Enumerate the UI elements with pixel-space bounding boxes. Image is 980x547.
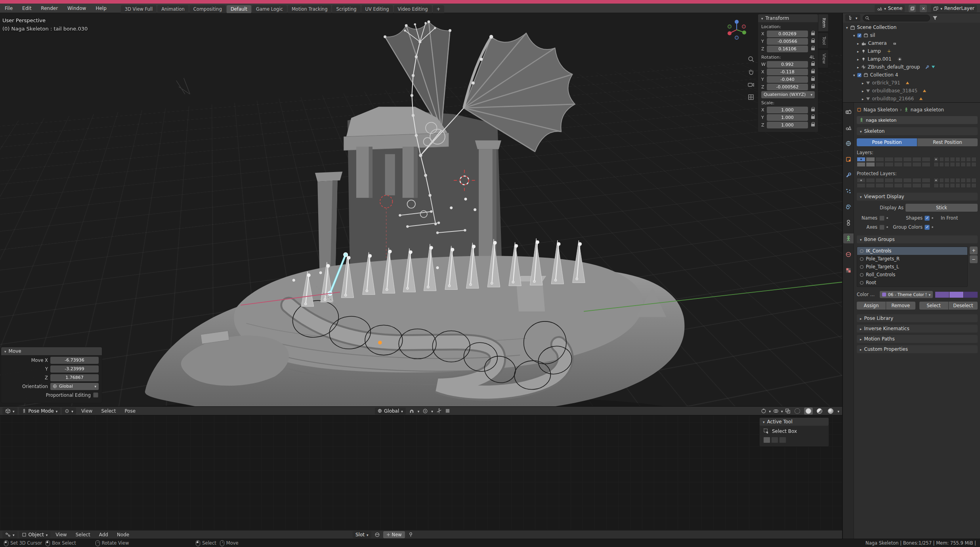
node-editor-canvas[interactable] <box>0 415 842 530</box>
editor-type-button[interactable] <box>2 407 17 415</box>
layer-cell[interactable] <box>934 183 939 188</box>
sidebar-tab-item[interactable]: Item <box>818 14 829 32</box>
layer-cell[interactable] <box>934 178 939 183</box>
layer-cell[interactable] <box>950 183 955 188</box>
properties-tab-material[interactable] <box>843 249 854 259</box>
layer-cell[interactable] <box>857 162 865 167</box>
workspace-tab-game-logic[interactable]: Game Logic <box>252 5 287 13</box>
location-x-field[interactable]: 0.00269 <box>767 31 808 37</box>
layer-cell[interactable] <box>939 162 944 167</box>
new-scene-button[interactable] <box>909 5 916 12</box>
sidebar-tab-tool[interactable]: Tool <box>818 33 829 49</box>
chevron-down-icon[interactable] <box>769 408 771 414</box>
select-mode-subtract[interactable] <box>779 437 786 443</box>
move-y-field[interactable]: -3.23999 <box>50 365 99 373</box>
disclosure-icon[interactable] <box>862 96 864 101</box>
viewport-display-panel-header[interactable]: Viewport Display <box>857 193 978 201</box>
deselect-button[interactable]: Deselect <box>949 302 978 310</box>
layer-cell[interactable] <box>903 178 912 183</box>
layer-cell[interactable] <box>934 157 939 162</box>
pin-icon[interactable] <box>408 532 413 537</box>
collection-checkbox[interactable] <box>857 33 862 38</box>
layer-cell[interactable] <box>884 162 893 167</box>
properties-tab-physics[interactable] <box>843 202 854 212</box>
rotation-y-field[interactable]: -0.040 <box>767 76 808 83</box>
names-checkbox[interactable] <box>879 216 884 221</box>
scale-x-field[interactable]: 1.000 <box>767 107 808 113</box>
transform-orientation-dropdown[interactable]: Global <box>375 407 406 415</box>
layer-cell[interactable] <box>950 178 955 183</box>
layer-cell[interactable] <box>875 157 884 162</box>
shapes-checkbox[interactable] <box>925 216 930 221</box>
filter-funnel-icon[interactable] <box>932 15 938 21</box>
outliner-row-lamp-001[interactable]: Lamp.001 <box>843 55 980 63</box>
move-z-field[interactable]: 1.76867 <box>50 374 99 381</box>
layer-cell[interactable] <box>922 162 930 167</box>
layer-cell[interactable] <box>857 157 865 162</box>
layer-cell[interactable] <box>971 162 976 167</box>
editor-type-button[interactable] <box>845 14 860 21</box>
outliner-row-zbrush-default-group[interactable]: ZBrush_default_group <box>843 63 980 71</box>
layer-cell[interactable] <box>961 157 966 162</box>
layer-cell[interactable] <box>950 157 955 162</box>
select-mode-extend[interactable] <box>771 437 778 443</box>
layer-cell[interactable] <box>966 178 971 183</box>
lock-icon[interactable] <box>811 109 815 111</box>
pose-library-panel-header[interactable]: Pose Library <box>857 314 978 322</box>
3d-viewport[interactable]: User Perspective (0) Naga Skeleton : tai… <box>0 13 842 415</box>
properties-tab-armature-data[interactable] <box>843 233 854 243</box>
properties-tab-object[interactable] <box>843 154 854 164</box>
layer-cell[interactable] <box>866 178 875 183</box>
rotation-z-field[interactable]: -0.000562 <box>767 84 808 90</box>
move-x-field[interactable]: -6.73936 <box>50 357 99 364</box>
disclosure-icon[interactable] <box>853 72 855 78</box>
layer-cell[interactable] <box>944 157 949 162</box>
layer-cell[interactable] <box>944 178 949 183</box>
layer-cell[interactable] <box>944 183 949 188</box>
list-item-pole-targets-r[interactable]: Pole_Targets_R <box>857 255 967 263</box>
scene-selector[interactable]: Scene <box>875 5 905 12</box>
rotation-mode-dropdown[interactable]: Quaternion (WXYZ) <box>761 91 815 98</box>
bone-groups-panel-header[interactable]: Bone Groups <box>857 235 978 243</box>
layer-cell[interactable] <box>875 183 884 188</box>
lock-icon[interactable] <box>811 33 815 35</box>
breadcrumb-data[interactable]: naga skeleton <box>911 107 944 113</box>
mesh-data-icon[interactable] <box>905 81 909 85</box>
active-tool-row[interactable]: Select Box <box>760 426 829 435</box>
disclosure-icon[interactable] <box>853 33 855 38</box>
node-menu-node[interactable]: Node <box>113 530 133 539</box>
outliner-row-orbuildtop-21666[interactable]: orbuildtop_21666 <box>843 95 980 103</box>
layer-cell[interactable] <box>875 178 884 183</box>
rotation-x-field[interactable]: -0.118 <box>767 69 808 75</box>
custom-properties-panel-header[interactable]: Custom Properties <box>857 345 978 353</box>
motion-paths-panel-header[interactable]: Motion Paths <box>857 335 978 343</box>
remove-bone-group-button[interactable]: − <box>970 255 978 263</box>
disclosure-icon[interactable] <box>862 80 864 86</box>
proportional-editing-checkbox[interactable] <box>93 392 98 398</box>
scale-z-field[interactable]: 1.000 <box>767 122 808 128</box>
animate-dot[interactable] <box>932 217 933 219</box>
layer-cell[interactable] <box>884 183 893 188</box>
layer-cell[interactable] <box>955 183 961 188</box>
layer-cell[interactable] <box>961 178 966 183</box>
outliner-row-orbuildbase-31845[interactable]: orbuildbase_31845 <box>843 87 980 95</box>
layer-cell[interactable] <box>955 178 961 183</box>
workspace-tab-scripting[interactable]: Scripting <box>332 5 360 13</box>
layer-cell[interactable] <box>866 157 875 162</box>
layer-cell[interactable] <box>922 183 930 188</box>
layer-cell[interactable] <box>955 162 961 167</box>
active-tool-header[interactable]: Active Tool <box>760 418 829 426</box>
select-mode-new[interactable] <box>763 437 770 443</box>
layer-cell[interactable] <box>903 157 912 162</box>
pose-position-button[interactable]: Pose Position <box>857 138 917 146</box>
scale-y-field[interactable]: 1.000 <box>767 114 808 121</box>
shader-type-dropdown[interactable]: Object <box>19 531 51 538</box>
rest-position-button[interactable]: Rest Position <box>917 138 978 146</box>
menu-window[interactable]: Window <box>63 4 91 13</box>
layer-cell[interactable] <box>875 162 884 167</box>
overlays-icon[interactable] <box>773 408 779 414</box>
location-z-field[interactable]: 0.16106 <box>767 46 808 52</box>
animate-dot[interactable] <box>886 217 888 219</box>
node-menu-select[interactable]: Select <box>72 530 94 539</box>
list-item-ik-controls[interactable]: IK_Controls <box>857 247 967 255</box>
